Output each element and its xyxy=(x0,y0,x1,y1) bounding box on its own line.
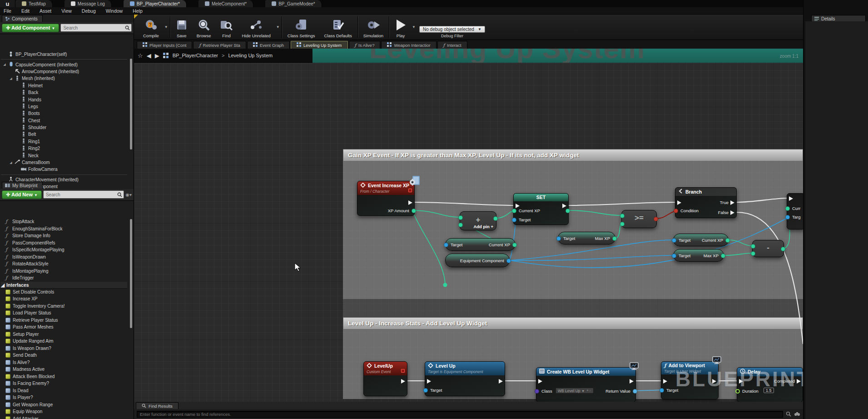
blue-pin[interactable] xyxy=(556,236,561,241)
green-pin[interactable] xyxy=(721,254,725,258)
function-item-idletrigger[interactable]: ƒIdleTrigger xyxy=(1,274,127,282)
graph-tab-weapon-interactior[interactable]: Weapon Interactior xyxy=(381,41,436,49)
menu-file[interactable]: File xyxy=(4,8,11,14)
expander-icon[interactable]: ◢ xyxy=(9,77,13,80)
doc-tab-bp_gamemodee-[interactable]: BP_GameModee* xyxy=(265,0,322,7)
tree-item-belt[interactable]: Belt xyxy=(1,131,127,138)
tree-item-mesh-inherited-[interactable]: ◢Mesh (Inherited) xyxy=(1,75,127,82)
reroute-node[interactable] xyxy=(443,283,447,287)
delegate-pin[interactable] xyxy=(408,189,412,192)
blue-pin[interactable] xyxy=(423,388,428,393)
add-component-button[interactable]: ✚ Add Component ▼ xyxy=(2,24,59,32)
search-icon[interactable] xyxy=(786,411,791,417)
lightblue-pin[interactable] xyxy=(633,389,637,394)
interface-item-update-ranged-aim[interactable]: Update Ranged Aim xyxy=(1,338,127,345)
blue-pin[interactable] xyxy=(785,215,790,219)
class-settings-button[interactable]: Class Settings xyxy=(283,15,320,40)
find-button[interactable]: Find xyxy=(215,15,237,40)
graph-node-clipped-right-node[interactable]: CurrTarg xyxy=(787,193,803,229)
exec-pin[interactable] xyxy=(427,379,431,384)
tree-item-followcamera[interactable]: FollowCamera xyxy=(1,166,127,173)
green-pin[interactable] xyxy=(458,223,463,227)
blue-pin[interactable] xyxy=(506,259,511,263)
add-new-button[interactable]: ✚ Add New ▼ xyxy=(2,190,42,199)
hide-unrelated-button[interactable]: Hide Unrelated xyxy=(237,15,275,40)
doc-tab-message-log[interactable]: Message Log xyxy=(64,0,112,7)
doc-tab-bp_playercharacter-[interactable]: BP_PlayerCharacter* xyxy=(124,0,187,7)
back-arrow-icon[interactable]: ◀ xyxy=(147,52,151,59)
interface-item-is-facing-enemy-[interactable]: Is Facing Enemy? xyxy=(1,380,127,387)
green-pin[interactable] xyxy=(785,206,790,211)
tree-item-arrowcomponent-inherited-[interactable]: ArrowComponent (Inherited) xyxy=(1,68,127,75)
function-item-stopattack[interactable]: ƒStopAttack xyxy=(1,218,127,225)
green-pin[interactable] xyxy=(493,216,498,221)
find-results-tab[interactable]: Find Results xyxy=(136,402,179,409)
graph-canvas[interactable]: Gain XP Event - If XP is greater than Ma… xyxy=(134,49,803,404)
tree-item-shoulder[interactable]: Shoulder xyxy=(1,124,127,131)
interface-item-equip-weapon[interactable]: Equip Weapon xyxy=(1,408,127,415)
graph-node-getter-max-xp-2[interactable]: TargetMax XP xyxy=(673,249,724,262)
play-button[interactable]: Play xyxy=(390,15,411,40)
green-pin[interactable] xyxy=(751,244,755,249)
interface-item-toggle-inventory-camera-[interactable]: Toggle Inventory Camera! xyxy=(1,303,127,310)
exec-pin[interactable] xyxy=(677,200,681,205)
tree-item-legs[interactable]: Legs xyxy=(1,103,127,110)
blue-pin[interactable] xyxy=(444,243,448,247)
interface-item-pass-armor-meshes[interactable]: Pass Armor Meshes xyxy=(1,324,127,331)
interface-item-get-weapon-range[interactable]: Get Weapon Range xyxy=(1,401,127,409)
interface-item-load-player-status[interactable]: Load Player Status xyxy=(1,309,127,317)
exec-pin[interactable] xyxy=(538,379,542,384)
blueprint-search-input[interactable]: Search xyxy=(43,190,124,199)
components-panel-tab[interactable]: Components xyxy=(2,15,43,22)
interfaces-section-header[interactable]: ◢Interfaces xyxy=(1,282,127,289)
chevron-down-icon[interactable]: ▼ xyxy=(411,25,417,29)
graph-tab-leveling-up-system[interactable]: Leveling Up System xyxy=(291,41,347,49)
green-pin[interactable] xyxy=(612,236,617,241)
green-pin[interactable] xyxy=(512,209,516,213)
green-pin[interactable] xyxy=(412,209,416,213)
exec-pin[interactable] xyxy=(499,379,503,384)
breadcrumb-current[interactable]: Leveling Up System xyxy=(228,53,273,58)
chevron-down-icon[interactable]: ▼ xyxy=(275,25,281,29)
graph-tab-is-alive-[interactable]: ƒIs Alive? xyxy=(349,41,381,49)
graph-tab-retrieve-player-sta[interactable]: ƒRetrieve Player Sta xyxy=(193,41,246,49)
purple-pin[interactable] xyxy=(535,389,539,394)
function-item-rotateattackstyle[interactable]: ƒRotateAttackStyle xyxy=(1,260,127,268)
function-item-store-damage-info[interactable]: ƒStore Damage Info xyxy=(1,232,127,239)
details-panel-tab[interactable]: Details xyxy=(811,15,866,22)
interface-item-is-dead[interactable]: Is Dead xyxy=(1,387,127,394)
tree-item-neck[interactable]: Neck xyxy=(1,152,127,159)
graph-node-getter-current-xp-1[interactable]: TargetCurrent XP xyxy=(445,238,516,251)
tree-item-back[interactable]: Back xyxy=(1,89,127,96)
interface-item-is-alive-[interactable]: Is Alive? xyxy=(1,359,127,366)
function-item-isweapondrawn[interactable]: ƒIsWeaponDrawn xyxy=(1,254,127,261)
exec-pin[interactable] xyxy=(789,196,793,201)
my-blueprint-panel-tab[interactable]: My Blueprint xyxy=(2,182,43,189)
view-options-icon[interactable]: ◉▾ xyxy=(125,192,132,197)
graph-node-level-up-call[interactable]: Level UpTarget is Equipment ComponentTar… xyxy=(425,361,505,396)
graph-node-subtract-op[interactable]: - xyxy=(752,240,784,257)
tree-item-bp_playercharacter-self-[interactable]: BP_PlayerCharacter(self) xyxy=(1,51,127,58)
simulation-button[interactable]: Simulation xyxy=(359,15,388,40)
blue-pin[interactable] xyxy=(672,238,676,243)
interface-item-add-attacker[interactable]: Add Attacker xyxy=(1,415,127,419)
interface-item-is-player-[interactable]: Is Player? xyxy=(1,394,127,401)
interface-item-is-weapon-drawn-[interactable]: Is Weapon Drawn? xyxy=(1,345,127,352)
expander-icon[interactable]: ◢ xyxy=(9,161,13,165)
blue-pin[interactable] xyxy=(660,388,664,393)
function-item-enoughstaminaforblock[interactable]: ƒEnoughStaminaForBlock xyxy=(1,225,127,233)
tree-item-helmet[interactable]: Helmet xyxy=(1,82,127,89)
green-pin[interactable] xyxy=(620,222,625,226)
exec-pin[interactable] xyxy=(401,379,405,384)
green-pin[interactable] xyxy=(458,215,463,220)
red-pin[interactable] xyxy=(654,217,658,221)
components-scrollbar[interactable] xyxy=(130,59,132,150)
class-select-dropdown[interactable]: WB Level Up▾✦⌕ xyxy=(556,388,594,394)
add-pin-button[interactable]: Add pin + xyxy=(473,224,493,229)
function-item-ismontageplaying[interactable]: ƒIsMontagePlaying xyxy=(1,268,127,275)
compile-button[interactable]: ?Compile xyxy=(139,15,164,40)
graph-node-create-wb-level-up-widget[interactable]: Create WB Level Up WidgetClassReturn Val… xyxy=(536,367,636,402)
tree-item-ring2[interactable]: Ring2 xyxy=(1,145,127,152)
green-pin[interactable] xyxy=(512,243,517,247)
exec-pin[interactable] xyxy=(516,204,520,208)
